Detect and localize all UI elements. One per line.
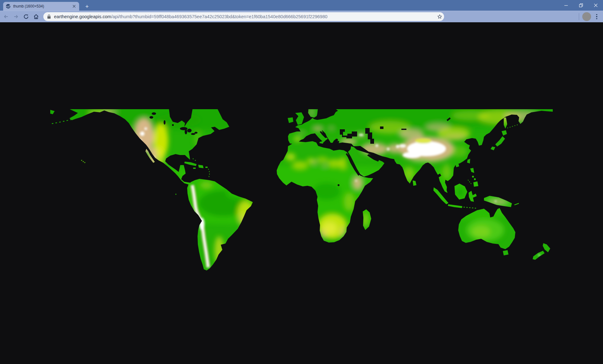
browser-tab[interactable]: thumb (1600×534) xyxy=(3,2,79,11)
home-button[interactable] xyxy=(31,12,41,21)
browser-window: thumb (1600×534) + xyxy=(0,0,603,364)
tab-close-icon[interactable] xyxy=(72,4,77,9)
profile-avatar[interactable] xyxy=(582,12,591,21)
restore-button[interactable] xyxy=(573,0,588,11)
lock-icon xyxy=(47,14,51,19)
world-elevation-map-image xyxy=(50,109,553,277)
window-controls xyxy=(559,0,603,11)
url-text: earthengine.googleapis.com/api/thumb?thu… xyxy=(54,14,437,19)
globe-favicon-icon xyxy=(6,4,11,9)
forward-button[interactable] xyxy=(11,12,21,21)
address-bar[interactable]: earthengine.googleapis.com/api/thumb?thu… xyxy=(43,12,444,21)
close-button[interactable] xyxy=(588,0,603,11)
page-content xyxy=(0,22,603,364)
bookmark-star-icon[interactable] xyxy=(437,13,443,20)
browser-menu-button[interactable] xyxy=(593,12,600,21)
toolbar-separator xyxy=(579,13,579,20)
url-path: /api/thumb?thumbid=59ff048ba469363575ee7… xyxy=(111,14,327,19)
tab-strip: thumb (1600×534) + xyxy=(0,0,603,11)
reload-button[interactable] xyxy=(21,12,31,21)
tab-title: thumb (1600×534) xyxy=(13,4,72,8)
missing-tile-pixel xyxy=(172,124,174,126)
back-button[interactable] xyxy=(1,12,11,21)
minimize-button[interactable] xyxy=(559,0,573,11)
browser-toolbar: earthengine.googleapis.com/api/thumb?thu… xyxy=(0,11,603,22)
new-tab-button[interactable]: + xyxy=(83,3,91,11)
url-domain: earthengine.googleapis.com xyxy=(54,14,111,19)
